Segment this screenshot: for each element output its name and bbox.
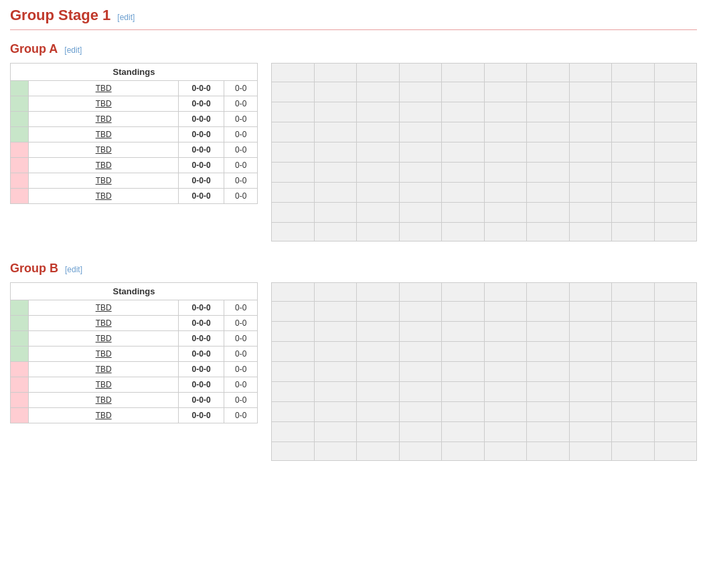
team-name-1-0[interactable]: TBD xyxy=(29,300,179,316)
grid-cell xyxy=(527,203,570,223)
standings-table-0: StandingsTBD0-0-00-0TBD0-0-00-0TBD0-0-00… xyxy=(10,63,258,204)
table-row: TBD0-0-00-0 xyxy=(11,112,258,127)
score-cell-0-2: 0-0 xyxy=(224,112,258,127)
grid-cell xyxy=(442,142,485,163)
grid-cell xyxy=(314,382,357,402)
table-row: TBD0-0-00-0 xyxy=(11,377,258,393)
grid-cell xyxy=(654,422,697,442)
grid-cell xyxy=(569,122,612,142)
color-cell-1-4 xyxy=(11,362,29,377)
team-name-0-2[interactable]: TBD xyxy=(29,112,179,127)
team-name-1-2[interactable]: TBD xyxy=(29,331,179,347)
color-cell-1-3 xyxy=(11,347,29,362)
group-edit-link-1[interactable]: [edit] xyxy=(65,265,82,274)
grid-cell xyxy=(569,322,612,342)
score-cell-1-1: 0-0 xyxy=(224,316,258,331)
grid-cell xyxy=(357,223,400,241)
grid-cell xyxy=(399,422,442,442)
color-cell-0-4 xyxy=(11,142,29,158)
team-name-0-5[interactable]: TBD xyxy=(29,158,179,173)
standings-header-1: Standings xyxy=(11,283,258,300)
grid-cell xyxy=(612,64,655,82)
grid-cell xyxy=(357,422,400,442)
color-cell-0-7 xyxy=(11,189,29,204)
team-name-1-7[interactable]: TBD xyxy=(29,408,179,423)
grid-cell xyxy=(527,362,570,382)
team-name-1-1[interactable]: TBD xyxy=(29,316,179,331)
grid-cell xyxy=(484,342,527,362)
grid-cell xyxy=(442,64,485,82)
grid-cell xyxy=(527,142,570,163)
team-name-1-3[interactable]: TBD xyxy=(29,347,179,362)
grid-cell xyxy=(484,122,527,142)
score-cell-1-5: 0-0 xyxy=(224,377,258,393)
grid-cell xyxy=(654,64,697,82)
grid-cell xyxy=(654,322,697,342)
standings-header-0: Standings xyxy=(11,64,258,81)
grid-cell xyxy=(569,283,612,302)
grid-cell xyxy=(527,163,570,183)
group-edit-link-0[interactable]: [edit] xyxy=(64,45,82,55)
grid-cell xyxy=(484,442,527,461)
team-name-0-7[interactable]: TBD xyxy=(29,189,179,204)
grid-cell xyxy=(484,322,527,342)
grid-cell xyxy=(399,203,442,223)
grid-cell xyxy=(484,183,527,203)
grid-cell xyxy=(314,223,357,241)
grid-cell xyxy=(442,102,485,122)
grid-cell xyxy=(484,203,527,223)
grid-cell xyxy=(654,82,697,102)
grid-cell xyxy=(569,382,612,402)
group-name-0: Group A xyxy=(10,42,58,56)
grid-cell xyxy=(442,163,485,183)
grid-cell xyxy=(357,102,400,122)
table-row: TBD0-0-00-0 xyxy=(11,347,258,362)
grid-cell xyxy=(484,362,527,382)
score-cell-0-5: 0-0 xyxy=(224,158,258,173)
color-cell-1-0 xyxy=(11,300,29,316)
grid-cell xyxy=(612,382,655,402)
grid-cell xyxy=(314,283,357,302)
grid-cell xyxy=(484,223,527,241)
grid-cell xyxy=(654,183,697,203)
grid-cell xyxy=(569,163,612,183)
grid-cell xyxy=(654,223,697,241)
grid-cell xyxy=(527,402,570,422)
group-name-1: Group B xyxy=(10,262,58,276)
grid-cell xyxy=(612,183,655,203)
team-name-0-1[interactable]: TBD xyxy=(29,96,179,112)
group-section-1: Group B [edit]StandingsTBD0-0-00-0TBD0-0… xyxy=(10,262,697,461)
wl-cell-1-5: 0-0-0 xyxy=(178,377,224,393)
team-name-0-4[interactable]: TBD xyxy=(29,142,179,158)
team-name-1-5[interactable]: TBD xyxy=(29,377,179,393)
color-cell-1-2 xyxy=(11,331,29,347)
page-edit-link[interactable]: [edit] xyxy=(117,13,135,22)
grid-cell xyxy=(484,283,527,302)
grid-cell xyxy=(357,283,400,302)
grid-cell xyxy=(612,223,655,241)
team-name-0-3[interactable]: TBD xyxy=(29,127,179,142)
team-name-0-6[interactable]: TBD xyxy=(29,173,179,189)
grid-cell xyxy=(442,183,485,203)
score-cell-1-0: 0-0 xyxy=(224,300,258,316)
grid-cell xyxy=(272,342,315,362)
grid-cell xyxy=(399,402,442,422)
table-row: TBD0-0-00-0 xyxy=(11,81,258,96)
page-header: Group Stage 1 [edit] xyxy=(10,7,697,30)
grid-cell xyxy=(399,322,442,342)
team-name-1-4[interactable]: TBD xyxy=(29,362,179,377)
color-cell-0-6 xyxy=(11,173,29,189)
grid-cell xyxy=(612,283,655,302)
grid-cell xyxy=(399,302,442,322)
grid-cell xyxy=(442,442,485,461)
grid-cell xyxy=(442,322,485,342)
grid-cell xyxy=(612,102,655,122)
table-row: TBD0-0-00-0 xyxy=(11,316,258,331)
team-name-1-6[interactable]: TBD xyxy=(29,393,179,408)
grid-cell xyxy=(357,163,400,183)
grid-cell xyxy=(272,82,315,102)
grid-cell xyxy=(612,82,655,102)
team-name-0-0[interactable]: TBD xyxy=(29,81,179,96)
color-cell-0-1 xyxy=(11,96,29,112)
color-cell-0-2 xyxy=(11,112,29,127)
